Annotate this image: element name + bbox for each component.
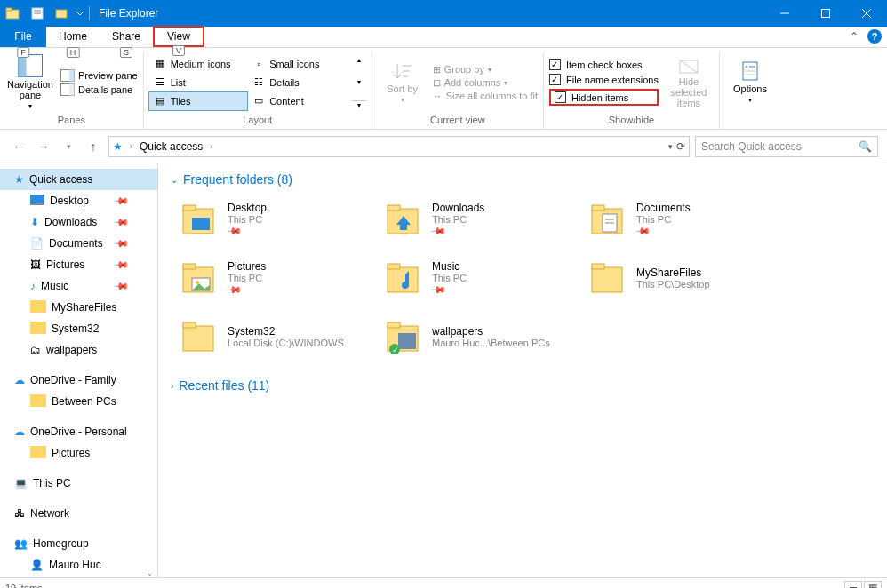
tab-view[interactable]: View V: [153, 26, 204, 47]
navigation-pane-button[interactable]: Navigation pane ▾: [5, 54, 55, 110]
sidebar-scrollbar[interactable]: ⌄: [143, 163, 157, 577]
qat-dropdown-icon[interactable]: [75, 10, 85, 17]
sidebar-label: Documents: [49, 237, 103, 250]
checkmark-icon: ✓: [549, 74, 561, 85]
tab-share-label: Share: [112, 30, 140, 43]
sidebar-item-downloads[interactable]: ⬇Downloads📌: [0, 211, 157, 233]
help-icon[interactable]: ?: [867, 29, 882, 44]
folder-tile[interactable]: DownloadsThis PC📌: [384, 195, 588, 243]
search-input[interactable]: Search Quick access 🔍: [695, 136, 878, 157]
preview-pane-button[interactable]: Preview pane: [60, 69, 138, 82]
address-root[interactable]: ★ › Quick access ›: [113, 140, 216, 153]
back-button[interactable]: ←: [9, 137, 28, 156]
svg-rect-30: [30, 322, 46, 334]
sidebar-label: System32: [52, 322, 99, 335]
svg-rect-52: [183, 326, 213, 351]
layout-scroll[interactable]: ▴▾▾: [352, 56, 366, 109]
recent-locations-dropdown[interactable]: ▾: [59, 137, 78, 156]
qat-new-folder-icon[interactable]: [52, 3, 73, 24]
close-button[interactable]: [846, 0, 887, 27]
svg-rect-48: [388, 267, 418, 292]
tab-home[interactable]: Home H: [46, 26, 100, 47]
pin-icon: 📌: [112, 277, 129, 294]
svg-rect-28: [30, 203, 44, 205]
user-icon: 👤: [30, 559, 44, 571]
folder-tile[interactable]: ✓wallpapersMauro Huc...\Between PCs: [384, 313, 588, 361]
minimize-button[interactable]: [764, 0, 805, 27]
layout-tiles[interactable]: ▤Tiles: [149, 92, 248, 110]
refresh-icon[interactable]: ⟳: [676, 140, 685, 153]
chevron-right-icon[interactable]: ›: [206, 142, 216, 151]
add-columns-button[interactable]: ⊟Add columns▾: [433, 77, 538, 89]
sidebar-label: Network: [30, 507, 69, 520]
sidebar-item-network[interactable]: 🖧Network: [0, 503, 157, 524]
layout-content[interactable]: ▭Content: [248, 92, 347, 110]
chevron-right-icon[interactable]: ›: [126, 142, 136, 151]
sidebar-label: Mauro Huc: [49, 559, 101, 571]
sidebar-item-documents[interactable]: 📄Documents📌: [0, 233, 157, 254]
sort-by-button[interactable]: Sort by ▾: [378, 60, 428, 104]
folder-tile[interactable]: DesktopThis PC📌: [180, 195, 384, 243]
sidebar-item-od-pictures[interactable]: Pictures: [0, 442, 157, 464]
checkbox-file-extensions[interactable]: ✓File name extensions: [549, 74, 659, 85]
folder-icon: [180, 258, 219, 298]
size-columns-button[interactable]: ↔Size all columns to fit: [433, 91, 538, 101]
svg-text:✓: ✓: [392, 346, 399, 354]
tab-file[interactable]: File F: [0, 26, 46, 47]
folder-location: This PC: [432, 214, 484, 225]
qat-properties-icon[interactable]: [27, 3, 48, 24]
folder-tile[interactable]: MyShareFilesThis PC\Desktop: [588, 254, 793, 302]
svg-point-23: [746, 66, 747, 68]
address-dropdown-icon[interactable]: ▾: [668, 142, 673, 151]
tab-home-label: Home: [59, 30, 87, 43]
folder-tile[interactable]: DocumentsThis PC📌: [588, 195, 793, 243]
folder-tile[interactable]: System32Local Disk (C:)\WINDOWS: [180, 313, 384, 361]
sidebar-item-between-pcs[interactable]: Between PCs: [0, 391, 157, 412]
address-bar[interactable]: ★ › Quick access › ▾ ⟳: [108, 136, 690, 157]
layout-medium-icons[interactable]: ▦Medium icons: [149, 55, 248, 73]
sidebar-item-this-pc[interactable]: 💻This PC: [0, 473, 157, 494]
sidebar-item-pictures[interactable]: 🖼Pictures📌: [0, 254, 157, 275]
section-recent-files[interactable]: › Recent files (11): [171, 378, 875, 393]
up-button[interactable]: ↑: [84, 137, 103, 156]
folder-icon: [30, 394, 46, 409]
sidebar-item-homegroup[interactable]: 👥Homegroup: [0, 533, 157, 554]
qat-icon[interactable]: [2, 3, 23, 24]
details-pane-button[interactable]: Details pane: [60, 83, 138, 96]
layout-details[interactable]: ☷Details: [248, 74, 347, 91]
status-view-icons[interactable]: ▦: [864, 581, 882, 589]
sidebar-item-myshare[interactable]: MyShareFiles: [0, 297, 157, 318]
tab-share[interactable]: Share S: [100, 26, 153, 47]
sidebar-item-mauro[interactable]: 👤Mauro Huc: [0, 554, 157, 576]
sidebar-item-onedrive-personal[interactable]: ☁OneDrive - Personal: [0, 421, 157, 442]
folder-tile[interactable]: MusicThis PC📌: [384, 254, 588, 302]
checkbox-item-check-boxes[interactable]: ✓Item check boxes: [549, 59, 659, 70]
sidebar-item-desktop[interactable]: Desktop📌: [0, 190, 157, 211]
group-by-label: Group by: [444, 64, 484, 75]
folder-icon: [30, 322, 46, 337]
layout-small-icons[interactable]: ▫Small icons: [248, 55, 347, 73]
downloads-icon: ⬇: [30, 216, 39, 228]
group-options-spacer: [748, 113, 751, 129]
options-button[interactable]: Options ▾: [725, 60, 775, 104]
sidebar-item-onedrive-family[interactable]: ☁OneDrive - Family: [0, 369, 157, 391]
maximize-button[interactable]: [805, 0, 846, 27]
checkbox-hidden-items[interactable]: ✓Hidden items: [549, 89, 659, 106]
sidebar-item-music[interactable]: ♪Music📌: [0, 275, 157, 297]
group-current-view-label: Current view: [430, 113, 485, 129]
group-by-button[interactable]: ⊞Group by▾: [433, 64, 538, 75]
hide-selected-button[interactable]: Hide selected items: [664, 57, 714, 108]
section-frequent-folders[interactable]: ⌄ Frequent folders (8): [171, 172, 875, 187]
layout-list[interactable]: ☰List: [149, 74, 248, 91]
forward-button[interactable]: →: [34, 137, 53, 156]
item-check-boxes-label: Item check boxes: [566, 60, 643, 70]
layout-content-label: Content: [269, 96, 304, 107]
folder-tile[interactable]: PicturesThis PC📌: [180, 254, 384, 302]
minimize-ribbon-icon[interactable]: ⌃: [850, 30, 859, 43]
star-icon: ★: [113, 140, 123, 153]
sidebar-item-wallpapers[interactable]: 🗂wallpapers: [0, 339, 157, 361]
svg-rect-1: [6, 8, 12, 11]
sidebar-item-quick-access[interactable]: ★Quick access: [0, 169, 157, 190]
sidebar-item-system32[interactable]: System32: [0, 318, 157, 339]
status-view-details[interactable]: ☰: [844, 581, 862, 589]
